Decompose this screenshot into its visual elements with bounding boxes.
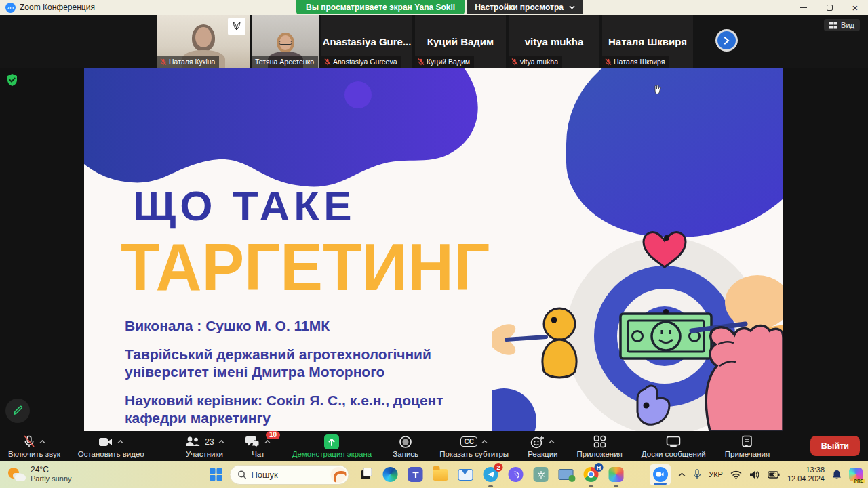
chat-button[interactable]: 10 Чат <box>243 434 273 458</box>
gallery-icon[interactable] <box>608 466 625 483</box>
taskbar-center: Пошук 2 H <box>210 465 625 485</box>
share-screen-button[interactable]: Демонстрация экрана <box>292 434 372 458</box>
chevron-up-icon[interactable] <box>218 440 224 444</box>
minimize-button[interactable] <box>791 0 816 15</box>
next-participants-button[interactable] <box>717 31 736 49</box>
viber-icon[interactable] <box>507 466 525 483</box>
zoom-toolbar: Включить звук Остановить видео 23 Участн… <box>0 431 868 461</box>
chevron-up-icon[interactable] <box>117 440 123 444</box>
chevron-up-icon[interactable] <box>549 440 555 444</box>
whiteboards-button[interactable]: Доски сообщений <box>642 434 706 458</box>
participant-display-name: Anastasiya Gure... <box>323 36 412 47</box>
zoom-app-icon: zm <box>5 3 16 13</box>
apps-button[interactable]: Приложения <box>577 434 623 458</box>
captions-label: Показать субтитры <box>439 450 509 458</box>
participant-tile-video[interactable]: Наталя Кукіна <box>157 15 250 68</box>
close-button[interactable]: × <box>842 0 868 15</box>
participant-name: Anastasiya Gureeva <box>333 58 397 66</box>
notification-bell-icon[interactable] <box>832 470 842 480</box>
share-screen-label: Демонстрация экрана <box>292 450 372 458</box>
apps-label: Приложения <box>577 450 623 458</box>
clock-date: 12.04.2024 <box>787 474 825 483</box>
chevron-up-icon[interactable] <box>39 440 45 444</box>
record-button[interactable]: Запись <box>391 434 420 458</box>
view-options-label: Настройки просмотра <box>475 3 564 12</box>
chrome-icon[interactable]: H <box>583 466 600 483</box>
chevron-up-icon[interactable] <box>264 440 271 444</box>
target-illustration <box>492 228 783 431</box>
annotate-pencil-button[interactable] <box>5 399 30 423</box>
chatgpt-icon[interactable] <box>532 466 550 483</box>
search-highlight-image[interactable] <box>331 467 347 483</box>
chevron-right-icon <box>724 37 730 45</box>
participant-tile-video[interactable]: Тетяна Арестенко <box>252 15 319 68</box>
taskbar-clock[interactable]: 13:38 12.04.2024 <box>787 466 825 483</box>
whiteboard-icon <box>666 436 681 448</box>
chrome-profile-badge: H <box>595 463 604 472</box>
file-explorer-icon[interactable] <box>432 466 450 483</box>
edge-icon[interactable] <box>382 466 399 483</box>
participants-button[interactable]: 23 Участники <box>184 434 224 458</box>
participants-strip: Наталя Кукіна Тетяна Арестенко Anastasiy… <box>0 15 868 68</box>
stop-video-button[interactable]: Остановить видео <box>78 434 144 458</box>
participants-count: 23 <box>205 437 214 447</box>
running-indicator <box>614 485 618 487</box>
shared-slide: ЩО ТАКЕ ТАРГЕТИНГ Виконала : Сушко М. О.… <box>84 68 783 431</box>
mic-muted-icon <box>160 58 167 66</box>
chevron-up-icon[interactable] <box>481 440 488 444</box>
participant-tile-audio[interactable]: vitya mukha vitya mukha <box>509 15 599 68</box>
mic-muted-icon <box>418 58 425 66</box>
remote-desktop-icon[interactable] <box>557 466 575 483</box>
participant-nametag: Тетяна Арестенко <box>252 56 318 68</box>
start-button[interactable] <box>210 468 222 481</box>
task-view-button[interactable] <box>357 466 374 483</box>
notes-button[interactable]: Примечания <box>725 434 770 458</box>
taskbar-search[interactable]: Пошук <box>230 465 349 485</box>
leave-meeting-button[interactable]: Выйти <box>810 436 860 456</box>
slide-author-line: Виконала : Сушко М. О. 11МК <box>125 317 443 335</box>
unmute-button[interactable]: Включить звук <box>8 434 60 458</box>
copilot-icon[interactable]: PRE <box>849 468 863 481</box>
zoom-taskbar-app[interactable] <box>650 464 671 485</box>
participant-silhouette <box>279 41 292 45</box>
telegram-icon[interactable]: 2 <box>482 466 500 483</box>
language-indicator[interactable]: УКР <box>709 470 723 479</box>
system-tray: УКР 13:38 12.04.2024 PRE <box>650 464 863 485</box>
close-icon: × <box>852 3 859 13</box>
participant-tile-audio[interactable]: Наталя Шквиря Наталя Шквиря <box>602 15 693 68</box>
decor-dot <box>344 81 372 108</box>
tray-chevron-up-icon[interactable] <box>678 472 686 477</box>
participant-silhouette <box>195 27 212 47</box>
teams-icon[interactable] <box>407 466 425 483</box>
wifi-icon[interactable] <box>730 470 742 479</box>
microphone-tray-icon[interactable] <box>693 469 701 480</box>
participants-label: Участники <box>186 450 223 458</box>
running-indicator <box>589 485 593 487</box>
running-indicator <box>488 485 493 487</box>
windows-taskbar: 24°C Partly sunny Пошук 2 <box>0 461 868 488</box>
view-button[interactable]: Вид <box>824 19 860 31</box>
view-options-button[interactable]: Настройки просмотра <box>467 0 583 14</box>
window-controls: × <box>791 0 868 15</box>
view-label: Вид <box>841 21 854 29</box>
participant-tile-audio[interactable]: Куций Вадим Куций Вадим <box>415 15 506 68</box>
notes-label: Примечания <box>725 450 770 458</box>
apps-icon <box>593 435 606 448</box>
participant-tile-audio[interactable]: Anastasiya Gure... Anastasiya Gureeva <box>321 15 412 68</box>
battery-icon[interactable] <box>768 471 780 479</box>
participant-nametag: Наталя Шквиря <box>602 56 669 68</box>
restore-button[interactable] <box>816 0 842 15</box>
hand-cursor-icon <box>652 84 662 95</box>
reactions-button[interactable]: Реакции <box>528 434 557 458</box>
captions-button[interactable]: CC Показать субтитры <box>439 434 509 458</box>
taskbar-weather-widget[interactable]: 24°C Partly sunny <box>0 466 72 483</box>
cc-icon: CC <box>460 436 477 447</box>
security-shield-icon[interactable] <box>5 73 19 87</box>
camera-icon <box>98 436 113 447</box>
mail-icon[interactable] <box>457 466 475 483</box>
clock-time: 13:38 <box>787 466 825 474</box>
record-icon <box>399 435 412 449</box>
restore-icon <box>827 5 833 11</box>
whiteboards-label: Доски сообщений <box>642 450 706 458</box>
speaker-icon[interactable] <box>749 470 760 479</box>
